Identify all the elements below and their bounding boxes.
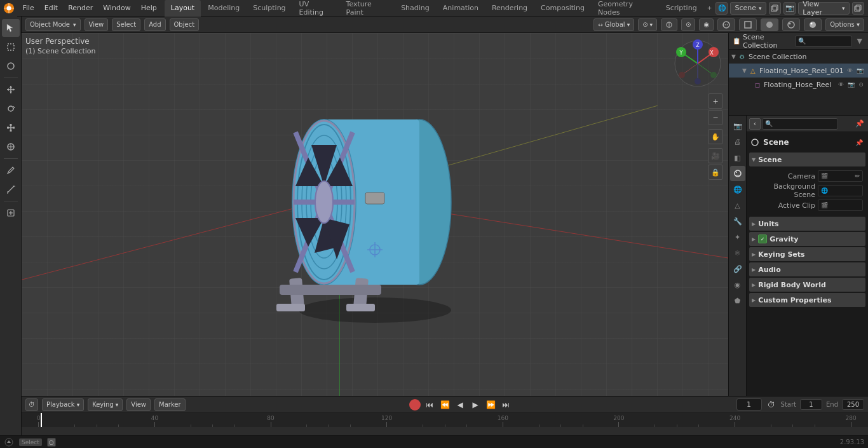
workspace-tab-modeling[interactable]: Modeling: [201, 0, 246, 17]
tool-measure[interactable]: [2, 180, 20, 198]
menu-help[interactable]: Help: [136, 0, 162, 17]
props-world-icon[interactable]: 🌐: [730, 182, 745, 197]
props-pin-btn[interactable]: 📌: [854, 118, 865, 130]
scene-selector[interactable]: Scene ▾: [730, 2, 766, 15]
tl-play-btn[interactable]: ▶: [469, 398, 482, 411]
tool-annotate[interactable]: [2, 161, 20, 179]
vp-zoom-in[interactable]: +: [708, 93, 723, 109]
nav-gizmo[interactable]: X Y Z: [672, 38, 723, 89]
tl-view-btn[interactable]: View: [126, 398, 151, 411]
tl-record-btn[interactable]: [409, 399, 421, 411]
proportional-edit[interactable]: ⊙: [681, 18, 695, 31]
snap-toggle[interactable]: [661, 18, 677, 31]
overlay-toggle[interactable]: ◉: [699, 18, 714, 31]
workspace-tab-sculpting[interactable]: Sculpting: [247, 0, 292, 17]
props-render-icon[interactable]: 📷: [730, 118, 745, 133]
tool-rotate[interactable]: [2, 100, 20, 118]
workspace-tab-shading[interactable]: Shading: [395, 0, 436, 17]
view-layer-copy-btn[interactable]: [852, 2, 864, 15]
workspace-tab-rendering[interactable]: Rendering: [485, 0, 534, 17]
shading-material[interactable]: [782, 18, 800, 31]
props-constraints-icon[interactable]: 🔗: [730, 261, 745, 276]
tl-start-val[interactable]: 1: [800, 399, 822, 410]
tool-add[interactable]: [2, 204, 20, 222]
viewport-view-menu[interactable]: View: [85, 18, 109, 31]
render-btn-1[interactable]: 📷: [856, 66, 865, 75]
camera-value[interactable]: 🎬 ✏: [818, 170, 863, 182]
workspace-tab-layout[interactable]: Layout: [165, 0, 201, 17]
props-object-icon[interactable]: △: [730, 198, 745, 213]
outliner-filter-btn[interactable]: ▼: [855, 36, 864, 47]
select-btn-2[interactable]: ⊙: [857, 80, 865, 89]
tool-select-box[interactable]: [2, 38, 20, 56]
props-modifier-icon[interactable]: 🔧: [730, 214, 745, 229]
props-nav-left[interactable]: ‹: [749, 118, 761, 130]
tl-step-back-btn[interactable]: ⏪: [438, 398, 451, 411]
view-layer-selector[interactable]: View Layer ▾: [798, 2, 849, 15]
workspace-tab-add[interactable]: ＋: [704, 2, 715, 15]
shading-rendered[interactable]: [804, 18, 822, 31]
tool-select-circle[interactable]: [2, 57, 20, 75]
outliner-item-hose-reel-001[interactable]: ▼ △ Floating_Hose_Reel_001 👁 📷 ⊙: [729, 64, 868, 78]
shading-solid[interactable]: [761, 18, 778, 31]
bg-scene-value[interactable]: 🌐: [818, 185, 863, 196]
gravity-checkbox[interactable]: ✓: [758, 234, 767, 243]
tl-step-fwd-btn[interactable]: ⏩: [484, 398, 497, 411]
vp-pan[interactable]: ✋: [708, 129, 723, 144]
prop-section-rigid-header[interactable]: ▶ Rigid Body World: [749, 278, 865, 292]
tl-play-reverse-btn[interactable]: ◀: [454, 398, 466, 411]
props-output-icon[interactable]: 🖨: [730, 134, 745, 149]
tool-cursor[interactable]: [2, 19, 20, 37]
props-particles-icon[interactable]: ✦: [730, 229, 745, 245]
workspace-tab-uv[interactable]: UV Editing: [293, 0, 339, 17]
options-dropdown[interactable]: Options ▾: [825, 18, 864, 31]
workspace-tab-animation[interactable]: Animation: [437, 0, 485, 17]
view-layer-icon-btn[interactable]: 📷: [783, 2, 796, 15]
render-btn-2[interactable]: 📷: [846, 80, 855, 89]
timeline-ruler[interactable]: 0 40 80: [22, 413, 868, 427]
workspace-tab-texture[interactable]: Texture Paint: [340, 0, 395, 17]
active-clip-value[interactable]: 🎬: [818, 200, 863, 211]
pivot-selector[interactable]: ⊙▾: [638, 18, 657, 31]
tl-jump-start-btn[interactable]: ⏮: [423, 398, 436, 411]
tl-marker-btn[interactable]: Marker: [154, 398, 186, 411]
viewport-object-menu[interactable]: Object: [170, 18, 200, 31]
viewport-add-menu[interactable]: Add: [144, 18, 165, 31]
prop-section-audio-header[interactable]: ▶ Audio: [749, 262, 865, 276]
transform-selector[interactable]: ↔ Global ▾: [593, 18, 634, 31]
timeline-icon-btn[interactable]: ⏱: [25, 398, 38, 411]
viewport-mode-selector[interactable]: Object Mode▾: [25, 18, 81, 31]
tl-clock-btn[interactable]: ⏱: [766, 399, 777, 411]
tool-transform[interactable]: [2, 138, 20, 156]
shading-wireframe[interactable]: [739, 18, 757, 31]
props-physics-icon[interactable]: ⚛: [730, 245, 745, 261]
tool-scale[interactable]: [2, 119, 20, 137]
prop-section-custom-header[interactable]: ▶ Custom Properties: [749, 293, 865, 307]
camera-edit-btn[interactable]: ✏: [855, 173, 860, 179]
workspace-tab-compositing[interactable]: Compositing: [534, 0, 591, 17]
scene-copy-btn[interactable]: [769, 2, 781, 15]
tl-end-val[interactable]: 250: [842, 399, 864, 410]
viewport-select-menu[interactable]: Select: [112, 18, 140, 31]
xray-toggle[interactable]: [717, 18, 735, 31]
props-search[interactable]: [762, 118, 838, 130]
workspace-tab-scripting[interactable]: Scripting: [660, 0, 703, 17]
menu-edit[interactable]: Edit: [39, 0, 63, 17]
tl-playback-btn[interactable]: Playback▾: [42, 398, 84, 411]
prop-section-keying-header[interactable]: ▶ Keying Sets: [749, 247, 865, 261]
prop-section-gravity-header[interactable]: ▶ ✓ Gravity: [749, 232, 865, 246]
scene-icon-btn[interactable]: 🌐: [715, 2, 728, 15]
tl-keying-btn[interactable]: Keying▾: [88, 398, 123, 411]
tool-move[interactable]: [2, 81, 20, 98]
prop-section-scene-header[interactable]: ▼ Scene: [749, 153, 865, 166]
outliner-scene-collection[interactable]: ▼ ⚙ Scene Collection: [729, 50, 868, 64]
props-view-layer-icon[interactable]: ◧: [730, 150, 745, 165]
visibility-btn-2[interactable]: 👁: [836, 80, 845, 89]
props-data-icon[interactable]: ◉: [730, 277, 745, 292]
tl-frame-display[interactable]: 1: [736, 398, 762, 411]
vp-lock-camera[interactable]: 🔒: [708, 165, 723, 180]
props-scene-pin[interactable]: 📌: [854, 137, 864, 147]
visibility-btn-1[interactable]: 👁: [846, 66, 855, 75]
viewport-canvas[interactable]: User Perspective (1) Scene Collection: [22, 33, 728, 396]
menu-window[interactable]: Window: [98, 0, 135, 17]
